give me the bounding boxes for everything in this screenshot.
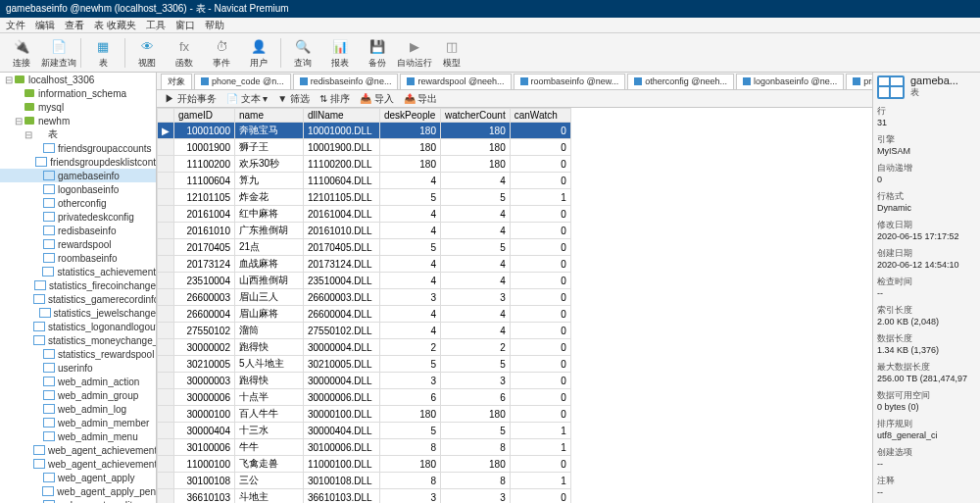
table-row[interactable]: 36610103斗地主36610103.DLL330 [158, 489, 571, 504]
table-row[interactable]: 26600004眉山麻将26600004.DLL440 [158, 306, 571, 323]
cell[interactable]: 21点 [235, 239, 304, 256]
cell[interactable]: 20161004.DLL [304, 206, 380, 223]
connect-button[interactable]: 🔌连接 [4, 34, 39, 72]
cell[interactable]: 30000404 [174, 423, 235, 439]
cell[interactable]: 3 [380, 489, 441, 504]
cell[interactable]: 0 [510, 139, 570, 156]
cell[interactable]: 180 [380, 406, 441, 423]
table-userinfo[interactable]: userinfo [0, 361, 156, 375]
table-row[interactable]: 20161004红中麻将20161004.DLL440 [158, 206, 571, 223]
cell[interactable]: 跑得快 [235, 339, 304, 356]
cell[interactable]: 4 [441, 206, 511, 223]
cell[interactable]: 10001900 [174, 139, 235, 156]
cell[interactable]: 26600003.DLL [304, 289, 380, 306]
table-row[interactable]: 12101105炸金花12101105.DLL551 [158, 189, 571, 206]
cell[interactable]: 30100108.DLL [304, 473, 380, 489]
col-name[interactable]: name [235, 109, 304, 123]
cell[interactable]: 0 [510, 239, 570, 256]
cell[interactable]: 4 [441, 256, 511, 273]
cell[interactable]: 30000404.DLL [304, 423, 380, 439]
cell[interactable]: 20161004 [174, 206, 235, 223]
table-friendsgroupaccounts[interactable]: friendsgroupaccounts [0, 141, 156, 155]
table-web_admin_log[interactable]: web_admin_log [0, 402, 156, 416]
table-web_agent_apply[interactable]: web_agent_apply [0, 471, 156, 484]
cell[interactable]: 1 [510, 473, 570, 489]
table-otherconfig[interactable]: otherconfig [0, 196, 156, 210]
cell[interactable]: 山西推倒胡 [235, 273, 304, 289]
cell[interactable]: 0 [510, 339, 570, 356]
tab-5[interactable]: otherconfig @neeh... [627, 74, 734, 89]
cell[interactable]: 30100108 [174, 473, 235, 489]
table-row[interactable]: 10001900狮子王10001900.DLL1801800 [158, 139, 571, 156]
table-row[interactable]: 2017040521点20170405.DLL550 [158, 239, 571, 256]
menu-查看[interactable]: 查看 [65, 19, 84, 31]
cell[interactable]: 180 [441, 156, 511, 173]
table-gamebaseinfo[interactable]: gamebaseinfo [0, 169, 156, 182]
table-web_admin_menu[interactable]: web_admin_menu [0, 429, 156, 443]
cell[interactable]: 3 [441, 289, 511, 306]
table-row[interactable]: 27550102溜筒27550102.DLL440 [158, 323, 571, 339]
cell[interactable]: 1 [510, 423, 570, 439]
table-web_admin_member[interactable]: web_admin_member [0, 416, 156, 429]
tab-4[interactable]: roombaseinfo @new... [514, 74, 626, 89]
tab-6[interactable]: logonbaseinfo @ne... [736, 74, 844, 89]
cell[interactable]: 5 [441, 189, 511, 206]
menu-文件[interactable]: 文件 [6, 19, 25, 31]
cell[interactable]: 30000004.DLL [304, 373, 380, 389]
cell[interactable]: 27550102 [174, 323, 235, 339]
cell[interactable]: 11100604 [174, 173, 235, 189]
menu-帮助[interactable]: 帮助 [205, 19, 224, 31]
table-row[interactable]: 30100006牛牛30100006.DLL881 [158, 439, 571, 456]
table-row[interactable]: ▶10001000奔驰宝马10001000.DLL1801800 [158, 123, 571, 139]
cell[interactable]: 30100006.DLL [304, 439, 380, 456]
autorun-button[interactable]: ▶自动运行 [397, 34, 432, 72]
cell[interactable]: 3 [380, 373, 441, 389]
table-row[interactable]: 30000003跑得快30000004.DLL330 [158, 373, 571, 389]
cell[interactable]: 30000006 [174, 389, 235, 406]
cell[interactable]: 红中麻将 [235, 206, 304, 223]
table-rewardspool[interactable]: rewardspool [0, 237, 156, 251]
cell[interactable]: 0 [510, 406, 570, 423]
cell[interactable]: 11000100 [174, 456, 235, 473]
cell[interactable]: 180 [441, 139, 511, 156]
user-button[interactable]: 👤用户 [241, 34, 276, 72]
cell[interactable]: 8 [380, 439, 441, 456]
cell[interactable]: 0 [510, 206, 570, 223]
table-web_agent_audit[interactable]: web_agent_audit [0, 498, 156, 503]
cell[interactable]: 20161010.DLL [304, 223, 380, 239]
col-dllName[interactable]: dllName [304, 109, 380, 123]
model-button[interactable]: ◫模型 [434, 34, 469, 72]
table-statistics_logonandlogout[interactable]: statistics_logonandlogout [0, 320, 156, 333]
cell[interactable]: 0 [510, 156, 570, 173]
cell[interactable]: 广东推倒胡 [235, 223, 304, 239]
cell[interactable]: 0 [510, 289, 570, 306]
tab-0[interactable]: 对象 [161, 74, 192, 89]
col-watcherCount[interactable]: watcherCount [441, 109, 511, 123]
cell[interactable]: 4 [441, 223, 511, 239]
table-redisbaseinfo[interactable]: redisbaseinfo [0, 224, 156, 237]
cell[interactable]: 30000100 [174, 406, 235, 423]
cell[interactable]: 8 [380, 473, 441, 489]
table-button[interactable]: ▦表 [85, 34, 121, 72]
cell[interactable]: 1 [510, 439, 570, 456]
tab-1[interactable]: phone_code @n... [194, 74, 291, 89]
cell[interactable]: 1 [510, 189, 570, 206]
cell[interactable]: 4 [380, 273, 441, 289]
cell[interactable]: 0 [510, 489, 570, 504]
cell[interactable]: 180 [380, 123, 441, 139]
cell[interactable]: 180 [380, 456, 441, 473]
cell[interactable]: 30210005 [174, 356, 235, 373]
table-row[interactable]: 20161010广东推倒胡20161010.DLL440 [158, 223, 571, 239]
cell[interactable]: 2 [441, 339, 511, 356]
cell[interactable]: 6 [441, 389, 511, 406]
cell[interactable]: 3 [380, 289, 441, 306]
table-logonbaseinfo[interactable]: logonbaseinfo [0, 182, 156, 196]
cell[interactable]: 8 [441, 439, 511, 456]
cell[interactable]: 0 [510, 273, 570, 289]
cell[interactable]: 眉山三人 [235, 289, 304, 306]
cell[interactable]: 3 [441, 489, 511, 504]
cell[interactable]: 12101105 [174, 189, 235, 206]
tables-folder[interactable]: ⊟表 [0, 127, 156, 141]
cell[interactable]: 23510004.DLL [304, 273, 380, 289]
table-row[interactable]: 11100604算九11100604.DLL440 [158, 173, 571, 189]
